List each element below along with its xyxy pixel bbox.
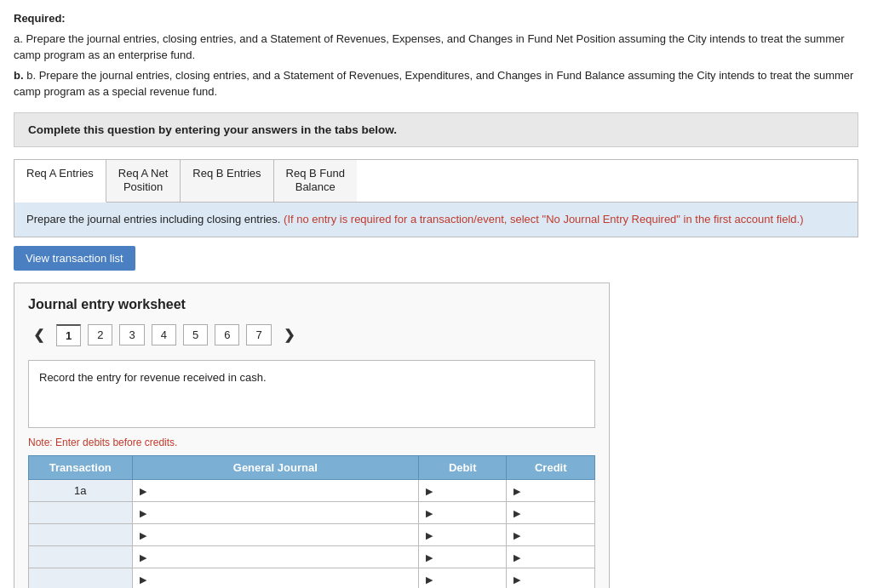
tabs-container: Req A Entries Req A NetPosition Req B En… — [14, 159, 858, 203]
entry-description-text: Record the entry for revenue received in… — [39, 371, 267, 384]
tab-req-a-entries[interactable]: Req A Entries — [14, 160, 106, 203]
worksheet-title: Journal entry worksheet — [28, 297, 595, 312]
instruction-box: Complete this question by entering your … — [14, 112, 858, 147]
arrow-icon-debit-2: ▶ — [426, 508, 433, 518]
arrow-icon-1: ▶ — [140, 486, 146, 496]
general-journal-cell-1[interactable]: ▶ — [132, 479, 418, 501]
credit-cell-3[interactable]: ▶ — [507, 523, 595, 545]
credit-cell-5[interactable]: ▶ — [507, 568, 595, 588]
arrow-icon-2: ▶ — [140, 508, 146, 518]
arrow-icon-debit-3: ▶ — [426, 530, 433, 540]
content-text-before-red: Prepare the journal entries including cl… — [26, 213, 284, 225]
table-row: ▶ ▶ ▶ — [29, 501, 595, 523]
worksheet-container: Journal entry worksheet ❮ 1 2 3 4 5 6 7 … — [14, 283, 610, 588]
point-b-text: b. b. Prepare the journal entries, closi… — [14, 67, 858, 100]
col-header-debit: Debit — [418, 455, 507, 479]
debit-cell-1[interactable]: ▶ — [418, 479, 507, 501]
arrow-icon-credit-3: ▶ — [513, 530, 520, 540]
required-section: Required: a. Prepare the journal entries… — [14, 10, 858, 100]
arrow-icon-debit-4: ▶ — [426, 552, 433, 562]
page-num-2[interactable]: 2 — [88, 324, 112, 345]
page-navigation: ❮ 1 2 3 4 5 6 7 ❯ — [28, 324, 595, 346]
page-nav-next[interactable]: ❯ — [278, 325, 300, 345]
arrow-icon-debit-5: ▶ — [426, 574, 433, 585]
entry-description-box: Record the entry for revenue received in… — [28, 360, 595, 428]
page-nav-prev[interactable]: ❮ — [28, 325, 49, 345]
instruction-text: Complete this question by entering your … — [28, 123, 397, 136]
general-journal-cell-3[interactable]: ▶ — [132, 523, 418, 545]
transaction-cell-5 — [29, 568, 133, 588]
page-num-6[interactable]: 6 — [215, 324, 239, 345]
content-red-text: (If no entry is required for a transacti… — [284, 213, 803, 225]
general-journal-cell-4[interactable]: ▶ — [132, 545, 418, 568]
page-num-5[interactable]: 5 — [183, 324, 208, 345]
transaction-cell-3 — [29, 523, 133, 545]
transaction-cell-4 — [29, 545, 133, 568]
content-area: Prepare the journal entries including cl… — [14, 202, 858, 237]
page-num-1[interactable]: 1 — [56, 324, 81, 346]
point-a-text: a. Prepare the journal entries, closing … — [14, 31, 858, 64]
debit-cell-2[interactable]: ▶ — [418, 501, 507, 523]
page-num-3[interactable]: 3 — [119, 324, 144, 345]
general-journal-cell-2[interactable]: ▶ — [132, 501, 418, 523]
table-row: ▶ ▶ ▶ — [29, 568, 595, 588]
journal-table: Transaction General Journal Debit Credit… — [28, 455, 595, 588]
tab-req-b-fund-balance[interactable]: Req B FundBalance — [274, 160, 357, 203]
table-row: ▶ ▶ ▶ — [29, 545, 595, 568]
arrow-icon-credit-5: ▶ — [513, 574, 520, 585]
credit-cell-1[interactable]: ▶ — [507, 479, 595, 501]
arrow-icon-debit-1: ▶ — [426, 486, 433, 496]
credit-cell-4[interactable]: ▶ — [507, 545, 595, 568]
tab-req-b-entries[interactable]: Req B Entries — [181, 160, 273, 203]
required-label: Required: — [14, 12, 66, 25]
general-journal-cell-5[interactable]: ▶ — [132, 568, 418, 588]
transaction-cell-1a: 1a — [29, 479, 133, 501]
table-row: 1a ▶ ▶ ▶ — [29, 479, 595, 501]
col-header-general-journal: General Journal — [132, 455, 418, 479]
col-header-transaction: Transaction — [29, 455, 133, 479]
arrow-icon-credit-4: ▶ — [513, 552, 520, 562]
credit-cell-2[interactable]: ▶ — [507, 501, 595, 523]
page-num-7[interactable]: 7 — [246, 324, 271, 345]
arrow-icon-4: ▶ — [140, 552, 146, 562]
arrow-icon-credit-2: ▶ — [513, 508, 520, 518]
arrow-icon-5: ▶ — [140, 574, 146, 585]
note-text: Note: Enter debits before credits. — [28, 437, 595, 448]
debit-cell-3[interactable]: ▶ — [418, 523, 507, 545]
view-transaction-list-button[interactable]: View transaction list — [14, 246, 135, 271]
page-num-4[interactable]: 4 — [152, 324, 176, 345]
table-row: ▶ ▶ ▶ — [29, 523, 595, 545]
debit-cell-4[interactable]: ▶ — [418, 545, 507, 568]
arrow-icon-3: ▶ — [140, 530, 146, 540]
debit-cell-5[interactable]: ▶ — [418, 568, 507, 588]
col-header-credit: Credit — [507, 455, 595, 479]
transaction-cell-2 — [29, 501, 133, 523]
tab-req-a-net-position[interactable]: Req A NetPosition — [106, 160, 181, 203]
arrow-icon-credit-1: ▶ — [513, 486, 520, 496]
